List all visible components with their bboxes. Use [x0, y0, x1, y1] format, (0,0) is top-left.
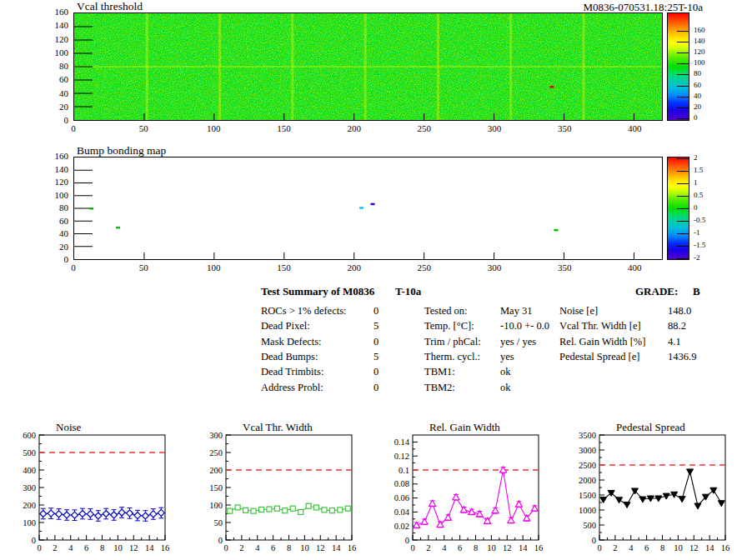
- svg-text:400: 400: [23, 466, 36, 475]
- colorbar-label: 0: [694, 204, 698, 212]
- map-y-axis-label: 160: [35, 7, 68, 17]
- colorbar-label: 0: [694, 114, 698, 122]
- bump-bonding-title: Bump bonding map: [77, 145, 166, 158]
- colorbar-tick: [677, 42, 689, 42]
- svg-text:10: 10: [300, 543, 309, 552]
- summary-condition-value: May 31: [500, 306, 533, 318]
- map-y-axis-label: 120: [35, 34, 68, 44]
- colorbar-label: -2: [694, 254, 700, 262]
- svg-text:10: 10: [674, 543, 683, 552]
- map-x-axis-label: 350: [548, 123, 581, 133]
- map-y-axis-label: 20: [35, 102, 68, 112]
- svg-text:10: 10: [113, 543, 123, 552]
- svg-text:0.1: 0.1: [399, 466, 409, 475]
- chart-pedestal-spread: Pedestal Spread0500100015002000250030003…: [560, 421, 747, 560]
- map-x-axis-label: 300: [478, 262, 511, 272]
- summary-result-label: Pedestal Spread [e]: [559, 352, 640, 363]
- colorbar-tick: [677, 108, 689, 108]
- svg-text:300: 300: [209, 431, 223, 440]
- colorbar-tick: [677, 158, 689, 159]
- svg-text:8: 8: [100, 543, 104, 552]
- svg-text:0: 0: [597, 543, 601, 552]
- svg-text:6: 6: [84, 543, 88, 552]
- svg-text:Vcal Thr. Width: Vcal Thr. Width: [243, 421, 313, 433]
- summary-condition-label: Temp. [°C]:: [424, 321, 474, 332]
- svg-text:0: 0: [410, 543, 414, 552]
- colorbar-tick: [677, 63, 689, 64]
- bump-bonding-map: [73, 157, 663, 260]
- colorbar-label: 1.5: [694, 167, 703, 175]
- svg-text:100: 100: [23, 518, 36, 528]
- summary-result-value: 1436.9: [668, 352, 696, 363]
- map-y-axis-label: 80: [35, 202, 68, 212]
- summary-result-label: Noise [e]: [559, 306, 598, 318]
- svg-text:0.02: 0.02: [394, 522, 409, 531]
- colorbar-tick: [677, 196, 689, 197]
- chart-noise: Noise01002003004005006000246810121416: [0, 421, 187, 560]
- summary-result-label: Vcal Thr. Width [e]: [559, 321, 641, 332]
- svg-text:4: 4: [442, 543, 447, 552]
- summary-defect-value: 5: [374, 321, 379, 332]
- colorbar-label: 140: [694, 38, 705, 46]
- svg-text:2: 2: [239, 543, 243, 552]
- vcal-threshold-title: Vcal threshold: [77, 1, 143, 13]
- map-y-axis-label: 60: [35, 74, 68, 84]
- summary-condition-value: ok: [500, 382, 511, 394]
- colorbar-tick: [677, 118, 689, 119]
- colorbar-tick: [677, 258, 689, 259]
- svg-text:4: 4: [255, 543, 260, 552]
- map-x-axis-label: 150: [268, 123, 301, 133]
- svg-text:Rel. Gain Width: Rel. Gain Width: [429, 421, 500, 433]
- svg-text:6: 6: [458, 543, 462, 552]
- summary-condition-label: Trim / phCal:: [424, 337, 481, 348]
- map-x-axis-label: 400: [618, 262, 651, 272]
- svg-text:0.06: 0.06: [394, 493, 409, 502]
- svg-text:1500: 1500: [579, 491, 596, 500]
- map-y-axis-label: 40: [35, 228, 68, 238]
- map-y-axis-label: 80: [35, 61, 68, 71]
- summary-defect-value: 0: [374, 382, 379, 394]
- svg-text:16: 16: [721, 543, 730, 552]
- colorbar-label: 40: [694, 92, 701, 101]
- grade-value: B: [693, 286, 700, 298]
- svg-text:0.14: 0.14: [394, 438, 410, 447]
- colorbar-label: -0.5: [694, 217, 705, 225]
- svg-text:16: 16: [161, 543, 170, 552]
- summary-title: Test Summary of M0836: [261, 286, 374, 298]
- map-x-axis-label: 50: [127, 123, 160, 133]
- svg-text:0.04: 0.04: [394, 508, 410, 517]
- summary-test-label: T-10a: [395, 286, 421, 298]
- svg-text:500: 500: [23, 448, 36, 458]
- colorbar-tick: [677, 233, 689, 234]
- map-y-axis-label: 100: [35, 48, 68, 58]
- svg-text:2: 2: [426, 543, 430, 552]
- svg-text:0: 0: [32, 536, 36, 545]
- map-x-axis-label: 100: [197, 123, 230, 133]
- svg-text:3500: 3500: [579, 431, 596, 440]
- colorbar-tick: [677, 183, 689, 184]
- svg-text:0: 0: [592, 536, 596, 545]
- colorbar-label: -1: [694, 229, 700, 238]
- svg-text:14: 14: [145, 543, 154, 552]
- summary-defect-value: 0: [374, 337, 379, 348]
- map-x-axis-label: 250: [408, 262, 441, 272]
- map-x-axis-label: 250: [408, 123, 441, 133]
- svg-text:8: 8: [474, 543, 478, 552]
- colorbar-tick: [677, 86, 689, 87]
- vcal-threshold-colorbar: [667, 12, 689, 121]
- svg-text:16: 16: [534, 543, 544, 552]
- bump-bonding-map-surface: [74, 158, 662, 259]
- grade-label: GRADE:: [635, 286, 678, 298]
- summary-condition-value: yes / yes: [500, 337, 536, 348]
- chart-rel-gain-width: Rel. Gain Width00.020.040.060.080.10.120…: [374, 421, 560, 560]
- colorbar-tick: [677, 171, 689, 172]
- colorbar-tick: [677, 221, 689, 222]
- map-x-axis-label: 50: [127, 262, 160, 272]
- map-x-axis-label: 150: [268, 262, 301, 272]
- svg-text:8: 8: [287, 543, 291, 552]
- colorbar-tick: [677, 97, 689, 98]
- summary-defect-label: ROCs > 1% defects:: [261, 306, 347, 318]
- svg-text:0: 0: [37, 543, 41, 552]
- map-y-axis-label: 160: [35, 151, 68, 161]
- colorbar-label: 2: [694, 154, 698, 162]
